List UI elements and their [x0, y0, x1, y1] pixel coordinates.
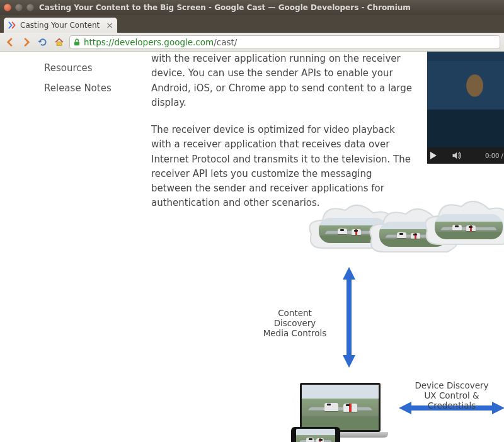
sidebar: Resources Release Notes [0, 52, 142, 442]
sidebar-item-release-notes[interactable]: Release Notes [44, 78, 142, 98]
address-bar[interactable]: https://developers.google.com/cast/ [69, 35, 500, 49]
forward-button[interactable] [20, 36, 33, 48]
home-button[interactable] [53, 36, 66, 48]
article-body: with the receiver application running on… [151, 52, 412, 211]
arrow-cloud-to-devices [340, 266, 358, 369]
page-content: Resources Release Notes with the receive… [0, 52, 504, 442]
browser-toolbar: https://developers.google.com/cast/ [0, 33, 504, 52]
svg-rect-1 [74, 42, 79, 45]
url-host: ://developers.google.com [106, 37, 214, 47]
url-scheme: https [84, 37, 106, 47]
label-content-discovery: Content Discovery Media Controls [256, 308, 334, 339]
architecture-diagram: Content Discovery Media Controls Streami… [149, 193, 504, 442]
video-player[interactable]: 0:00 / [427, 52, 504, 164]
sidebar-item-resources[interactable]: Resources [44, 58, 142, 78]
back-button[interactable] [4, 36, 16, 48]
tab-active[interactable]: Casting Your Content × [4, 18, 117, 33]
reload-button[interactable] [37, 36, 49, 48]
play-icon[interactable] [430, 152, 437, 159]
window-minimize-button[interactable] [15, 4, 23, 11]
window-buttons [4, 4, 34, 11]
video-time: 0:00 / [485, 152, 503, 159]
window-titlebar: Casting Your Content to the Big Screen -… [0, 0, 504, 15]
url-path: /cast/ [214, 37, 237, 47]
lock-icon [72, 38, 81, 47]
label-device-discovery: Device Discovery UX Control & Credential… [401, 380, 503, 411]
main-column: with the receiver application running on… [142, 52, 504, 442]
sender-devices-image [290, 383, 396, 442]
window-title: Casting Your Content to the Big Screen -… [39, 3, 411, 12]
cloud-image [307, 193, 504, 259]
video-controls: 0:00 / [427, 147, 504, 164]
window-close-button[interactable] [4, 4, 11, 11]
article-paragraph-1: with the receiver application running on… [151, 52, 412, 110]
tab-close-button[interactable]: × [106, 21, 113, 30]
svg-rect-0 [57, 42, 62, 45]
tab-title: Casting Your Content [20, 21, 100, 30]
google-developers-favicon [8, 21, 16, 30]
tab-strip: Casting Your Content × [0, 15, 504, 33]
window-maximize-button[interactable] [26, 4, 34, 11]
volume-icon[interactable] [452, 151, 463, 160]
video-frame [427, 52, 504, 149]
